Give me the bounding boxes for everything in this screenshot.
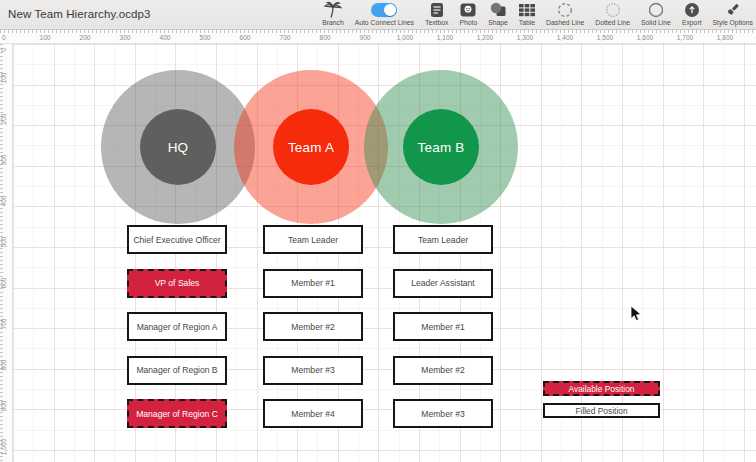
position-box[interactable]: Member #3	[393, 399, 493, 428]
toolbar: BranchAuto Connect LinesTextboxPhotoShap…	[322, 1, 753, 29]
photo-icon	[460, 1, 476, 18]
ruler-h-label: 1,800	[717, 34, 733, 41]
dotted-circle-icon	[605, 1, 621, 18]
position-box[interactable]: Leader Assistant	[393, 269, 493, 298]
ruler-v-label: 400	[0, 196, 7, 207]
toolbar-item-auto-connect-lines[interactable]: Auto Connect Lines	[355, 1, 414, 29]
ruler-h-label: 1,500	[597, 34, 613, 41]
mouse-cursor	[630, 305, 642, 327]
ruler-h-label: 600	[240, 34, 251, 41]
ruler-h-label: 1,400	[557, 34, 573, 41]
toggle-on-icon[interactable]	[371, 1, 397, 18]
inner-circle-team-b[interactable]: Team B	[403, 109, 479, 185]
position-box-label: Team Leader	[288, 235, 338, 245]
position-box-label: Manager of Region B	[136, 365, 217, 375]
position-box[interactable]: Member #1	[263, 269, 363, 298]
position-box[interactable]: Member #4	[263, 399, 363, 428]
toolbar-item-label: Textbox	[425, 19, 448, 26]
ruler-v-label: 700	[0, 319, 7, 330]
position-box[interactable]: Member #3	[263, 356, 363, 385]
position-box[interactable]: Team Leader	[393, 225, 493, 254]
position-box[interactable]: Member #2	[393, 356, 493, 385]
ruler-h-label: 1,000	[397, 34, 413, 41]
position-box[interactable]: Member #2	[263, 312, 363, 341]
position-box-label: VP of Sales	[155, 278, 200, 288]
table-icon	[519, 1, 535, 18]
position-box-label: Member #1	[421, 322, 464, 332]
position-box-label: Leader Assistant	[411, 278, 475, 288]
ruler-v-label: 900	[0, 401, 7, 412]
ruler-h-label: 1,100	[437, 34, 453, 41]
toolbar-item-table[interactable]: Table	[519, 1, 535, 29]
position-box[interactable]: Manager of Region B	[127, 356, 227, 385]
brush-icon	[724, 1, 741, 18]
circle-label: HQ	[168, 140, 189, 155]
ruler-h-label: 1,200	[477, 34, 493, 41]
ruler-h-label: 700	[280, 34, 291, 41]
ruler-h-label: 300	[120, 34, 131, 41]
toolbar-item-branch[interactable]: Branch	[322, 1, 344, 29]
position-box-label: Chief Executive Officer	[133, 235, 220, 245]
legend-item[interactable]: Available Position	[543, 381, 660, 396]
solid-circle-icon	[648, 1, 664, 18]
legend-item[interactable]: Filled Position	[543, 403, 660, 418]
toolbar-item-label: Solid Line	[641, 19, 671, 26]
position-box-label: Member #1	[291, 278, 334, 288]
toolbar-item-label: Photo	[459, 19, 477, 26]
ruler-h-label: 400	[160, 34, 171, 41]
inner-circle-hq[interactable]: HQ	[140, 109, 216, 185]
position-box[interactable]: VP of Sales	[127, 269, 227, 298]
ruler-v-label: 100	[0, 73, 7, 84]
legend-item-label: Available Position	[569, 384, 635, 394]
position-box[interactable]: Chief Executive Officer	[127, 225, 227, 254]
ruler-h-label: 1,700	[677, 34, 693, 41]
ruler-v-label: 600	[0, 278, 7, 289]
dashed-circle-icon	[557, 1, 573, 18]
diagram-canvas[interactable]: HQTeam ATeam B Chief Executive OfficerVP…	[13, 44, 756, 462]
position-box-label: Manager of Region C	[136, 409, 218, 419]
toolbar-item-style-options[interactable]: Style Options	[713, 1, 753, 29]
ruler-h-label: 1,600	[637, 34, 653, 41]
toolbar-item-label: Auto Connect Lines	[355, 19, 414, 26]
position-box[interactable]: Manager of Region C	[127, 399, 227, 428]
position-box-label: Team Leader	[418, 235, 468, 245]
position-box[interactable]: Member #1	[393, 312, 493, 341]
ruler-h-label: 500	[200, 34, 211, 41]
ruler-v-label: 200	[0, 114, 7, 125]
ruler-v-label: 500	[0, 237, 7, 248]
window-title: New Team Hierarchy.ocdp3	[8, 8, 151, 20]
position-box-label: Manager of Region A	[137, 322, 218, 332]
toolbar-item-textbox[interactable]: Textbox	[425, 1, 448, 29]
toolbar-item-dashed-line[interactable]: Dashed Line	[546, 1, 584, 29]
app-window: { "window": { "title": "New Team Hierarc…	[0, 0, 756, 462]
export-icon	[684, 1, 700, 18]
legend-item-label: Filled Position	[575, 406, 627, 416]
ruler-v-label: 1,000	[0, 439, 7, 455]
circle-label: Team B	[418, 140, 465, 155]
horizontal-ruler: 01002003004005006007008009001,0001,1001,…	[0, 30, 756, 44]
inner-circle-team-a[interactable]: Team A	[273, 109, 349, 185]
shape-icon	[490, 1, 506, 18]
position-box-label: Member #4	[291, 409, 334, 419]
toolbar-item-label: Style Options	[713, 19, 753, 26]
toolbar-item-export[interactable]: Export	[682, 1, 702, 29]
position-box[interactable]: Manager of Region A	[127, 312, 227, 341]
toolbar-item-label: Table	[519, 19, 535, 26]
vertical-ruler: 01002003004005006007008009001,000	[0, 44, 13, 462]
toolbar-item-solid-line[interactable]: Solid Line	[641, 1, 671, 29]
ruler-h-label: 0	[2, 34, 6, 41]
ruler-v-label: 800	[0, 360, 7, 371]
position-box[interactable]: Team Leader	[263, 225, 363, 254]
toolbar-item-dotted-line[interactable]: Dotted Line	[595, 1, 630, 29]
ruler-h-label: 800	[320, 34, 331, 41]
toolbar-item-shape[interactable]: Shape	[488, 1, 508, 29]
toolbar-item-label: Dashed Line	[546, 19, 584, 26]
position-box-label: Member #3	[421, 409, 464, 419]
ruler-h-label: 1,300	[517, 34, 533, 41]
ruler-h-label: 100	[40, 34, 51, 41]
toolbar-item-label: Export	[682, 19, 702, 26]
toolbar-item-label: Branch	[322, 19, 344, 26]
toolbar-item-photo[interactable]: Photo	[459, 1, 477, 29]
ruler-v-label: 300	[0, 155, 7, 166]
ruler-h-label: 200	[80, 34, 91, 41]
